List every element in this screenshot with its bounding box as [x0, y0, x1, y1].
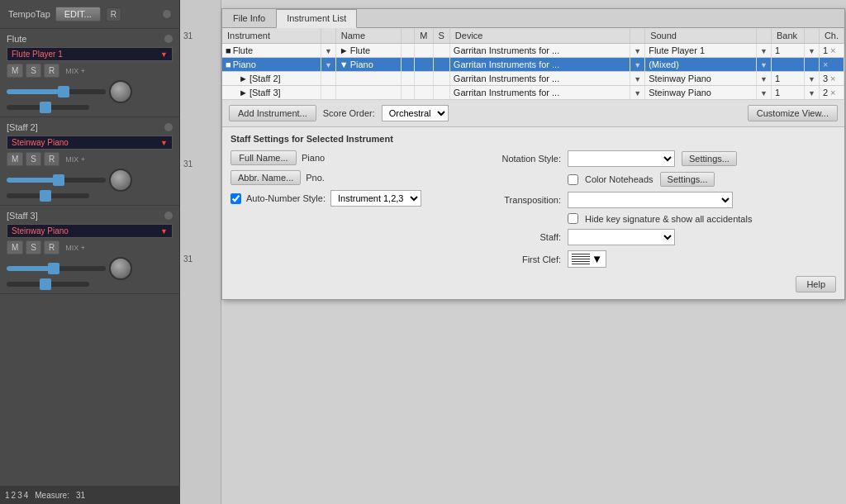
volume-knob-flute[interactable] — [109, 80, 132, 103]
score-order-select[interactable]: Orchestral — [382, 105, 449, 121]
bank-dropdown-arrow[interactable]: ▼ — [808, 47, 815, 55]
auto-number-checkbox[interactable] — [231, 193, 241, 204]
pan-track-staff3[interactable] — [7, 282, 89, 287]
pan-thumb-flute[interactable] — [40, 102, 51, 113]
slider-track-staff2[interactable] — [7, 178, 106, 183]
name-arrow-piano[interactable] — [402, 58, 415, 72]
transposition-select[interactable] — [568, 192, 733, 208]
bank-arrow-staff3[interactable]: ▼ — [804, 86, 819, 100]
sound-bar-staff3[interactable]: Steinway Piano ▼ — [7, 224, 173, 238]
pan-slider-staff3 — [7, 282, 173, 287]
sound-arrow-cell[interactable]: ▼ — [757, 44, 772, 58]
staff2-sound-arrow[interactable]: ▼ — [760, 75, 768, 83]
volume-knob-staff3[interactable] — [109, 257, 132, 280]
staff3-sound-arrow[interactable]: ▼ — [760, 89, 768, 97]
abbr-name-button[interactable]: Abbr. Name... — [231, 170, 301, 185]
sound-arrow-staff2[interactable]: ▼ — [757, 72, 772, 86]
remove-staff2-btn[interactable]: × — [830, 74, 835, 83]
measure-label: Measure: — [35, 491, 69, 500]
staff-select[interactable] — [568, 229, 675, 245]
tab-2[interactable]: 2 — [12, 491, 17, 500]
full-name-button[interactable]: Full Name... — [231, 150, 297, 165]
pan-track-staff2[interactable] — [7, 193, 89, 198]
table-row[interactable]: ■ Flute ▼ ► Flute — [222, 44, 844, 58]
measure-31-3: 31 — [180, 253, 221, 265]
tempo-led — [163, 10, 171, 18]
pan-thumb-staff2[interactable] — [40, 190, 51, 202]
notation-style-label: Notation Style: — [495, 154, 561, 164]
sound-dropdown-arrow[interactable]: ▼ — [760, 47, 768, 55]
tab-3[interactable]: 3 — [17, 491, 22, 500]
r-button[interactable]: R — [106, 7, 121, 21]
device-arrow-piano[interactable]: ▼ — [630, 58, 645, 72]
sound-arrow-staff2: ▼ — [160, 139, 168, 147]
tab-4[interactable]: 4 — [24, 491, 29, 500]
slider-track-flute[interactable] — [7, 89, 106, 94]
m-button-flute[interactable]: M — [7, 64, 23, 78]
customize-view-button[interactable]: Customize View... — [748, 105, 838, 121]
slider-thumb-flute[interactable] — [58, 86, 69, 97]
name-arrow-staff3[interactable] — [402, 86, 415, 100]
tab-instrument-list[interactable]: Instrument List — [276, 9, 357, 28]
s-button-flute[interactable]: S — [26, 64, 41, 78]
device-arrow-cell[interactable]: ▼ — [630, 44, 645, 58]
table-row[interactable]: ► [Staff 2] Garritan Instruments for ...… — [222, 72, 844, 86]
sound-bar-flute[interactable]: Flute Player 1 ▼ — [7, 47, 173, 61]
sound-arrow-staff3[interactable]: ▼ — [757, 86, 772, 100]
instrument-dropdown-arrow[interactable]: ▼ — [325, 47, 332, 55]
sound-arrow-piano[interactable]: ▼ — [757, 58, 772, 72]
tab-1[interactable]: 1 — [5, 491, 10, 500]
pan-thumb-staff3[interactable] — [40, 278, 51, 290]
color-noteheads-settings-btn[interactable]: Settings... — [660, 172, 715, 187]
notation-style-select[interactable] — [568, 150, 675, 167]
instrument-arrow-cell[interactable]: ▼ — [321, 44, 335, 58]
device-arrow-staff3[interactable]: ▼ — [630, 86, 645, 100]
m-button-staff3[interactable]: M — [7, 240, 23, 254]
expand-icon-staff2: ► — [239, 74, 248, 83]
slider-track-staff3[interactable] — [7, 266, 106, 271]
s-button-staff2[interactable]: S — [26, 152, 41, 166]
color-noteheads-checkbox[interactable] — [568, 174, 578, 185]
remove-piano-btn[interactable]: × — [823, 59, 828, 69]
auto-number-select[interactable]: Instrument 1,2,3 — [330, 190, 421, 207]
slider-thumb-staff2[interactable] — [53, 174, 64, 186]
m-button-staff2[interactable]: M — [7, 152, 23, 166]
name-arrow-staff2[interactable] — [402, 72, 415, 86]
instrument-arrow-staff3[interactable] — [321, 86, 335, 100]
device-dropdown-arrow[interactable]: ▼ — [634, 47, 641, 55]
volume-knob-staff2[interactable] — [109, 169, 132, 192]
table-row[interactable]: ■ Piano ▼ ▼ Piano — [222, 58, 844, 72]
edit-button[interactable]: EDIT... — [55, 7, 101, 21]
piano-sound-arrow[interactable]: ▼ — [760, 61, 768, 69]
name-arrow-cell[interactable] — [402, 44, 415, 58]
main-panel: 31 31 31 File Info Instrument List Instr… — [180, 0, 846, 504]
add-instrument-button[interactable]: Add Instrument... — [229, 105, 316, 121]
bank-arrow-piano[interactable] — [804, 58, 819, 72]
piano-device-arrow[interactable]: ▼ — [634, 61, 641, 69]
r-button-staff2[interactable]: R — [44, 152, 59, 166]
table-row[interactable]: ► [Staff 3] Garritan Instruments for ...… — [222, 86, 844, 100]
tab-file-info[interactable]: File Info — [222, 9, 276, 27]
instrument-arrow-cell-piano[interactable]: ▼ — [321, 58, 335, 72]
piano-dropdown-arrow[interactable]: ▼ — [325, 61, 332, 69]
sound-bar-staff2[interactable]: Steinway Piano ▼ — [7, 136, 173, 150]
bank-arrow-cell[interactable]: ▼ — [804, 44, 819, 58]
staff3-device-arrow[interactable]: ▼ — [634, 89, 641, 97]
device-arrow-staff2[interactable]: ▼ — [630, 72, 645, 86]
instrument-arrow-staff2[interactable] — [321, 72, 335, 86]
hide-key-checkbox[interactable] — [568, 213, 578, 224]
help-button[interactable]: Help — [796, 276, 836, 292]
staff3-bank-arrow[interactable]: ▼ — [808, 89, 815, 97]
staff2-device-arrow[interactable]: ▼ — [634, 75, 641, 83]
remove-row-btn[interactable]: × — [830, 45, 835, 55]
slider-thumb-staff3[interactable] — [48, 263, 59, 274]
bank-arrow-staff2[interactable]: ▼ — [804, 72, 819, 86]
staff2-bank-arrow[interactable]: ▼ — [808, 75, 815, 83]
remove-staff3-btn[interactable]: × — [830, 88, 835, 97]
r-button-flute[interactable]: R — [44, 64, 59, 78]
r-button-staff3[interactable]: R — [44, 240, 59, 254]
pan-track-flute[interactable] — [7, 105, 89, 110]
notation-settings-button[interactable]: Settings... — [682, 151, 737, 166]
first-clef-button[interactable]: ▼ — [568, 250, 606, 268]
s-button-staff3[interactable]: S — [26, 240, 41, 254]
